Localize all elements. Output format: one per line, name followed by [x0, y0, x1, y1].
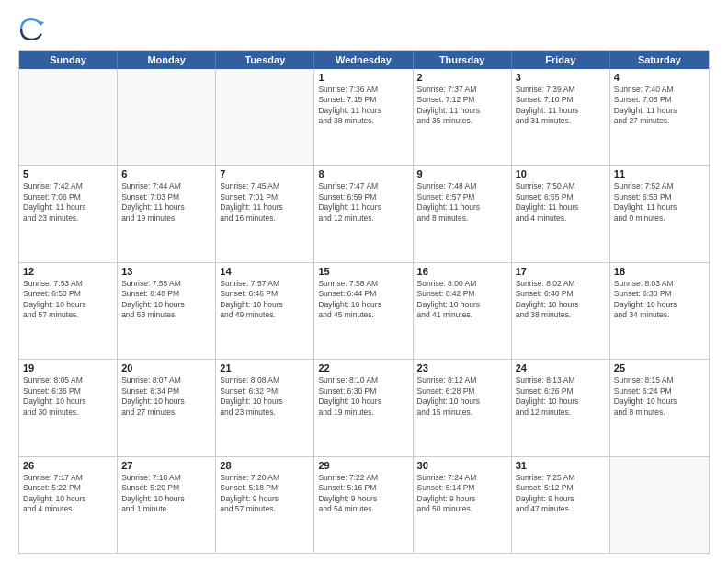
- day-cell-11: 11Sunrise: 7:52 AM Sunset: 6:53 PM Dayli…: [610, 166, 709, 261]
- day-header-wednesday: Wednesday: [314, 51, 413, 69]
- day-number: 28: [220, 460, 310, 471]
- day-cell-6: 6Sunrise: 7:44 AM Sunset: 7:03 PM Daylig…: [118, 166, 216, 261]
- day-cell-14: 14Sunrise: 7:57 AM Sunset: 6:46 PM Dayli…: [216, 263, 314, 359]
- day-number: 13: [121, 266, 211, 277]
- day-header-saturday: Saturday: [610, 51, 709, 69]
- day-cell-empty: [118, 69, 216, 165]
- day-info: Sunrise: 7:36 AM Sunset: 7:15 PM Dayligh…: [318, 85, 408, 127]
- day-cell-30: 30Sunrise: 7:24 AM Sunset: 5:14 PM Dayli…: [414, 457, 512, 553]
- day-number: 19: [23, 362, 113, 373]
- day-header-monday: Monday: [118, 51, 216, 69]
- day-number: 1: [318, 72, 408, 83]
- day-info: Sunrise: 7:24 AM Sunset: 5:14 PM Dayligh…: [417, 473, 507, 515]
- day-number: 30: [417, 460, 507, 471]
- day-cell-29: 29Sunrise: 7:22 AM Sunset: 5:16 PM Dayli…: [314, 457, 413, 553]
- day-cell-empty: [610, 457, 709, 553]
- day-info: Sunrise: 8:15 AM Sunset: 6:24 PM Dayligh…: [614, 375, 705, 418]
- day-cell-7: 7Sunrise: 7:45 AM Sunset: 7:01 PM Daylig…: [216, 166, 314, 261]
- day-cell-2: 2Sunrise: 7:37 AM Sunset: 7:12 PM Daylig…: [414, 69, 512, 165]
- day-info: Sunrise: 8:07 AM Sunset: 6:34 PM Dayligh…: [121, 375, 211, 418]
- day-number: 29: [318, 460, 408, 471]
- day-info: Sunrise: 7:17 AM Sunset: 5:22 PM Dayligh…: [23, 473, 113, 515]
- day-info: Sunrise: 7:48 AM Sunset: 6:57 PM Dayligh…: [417, 181, 507, 224]
- day-number: 2: [417, 72, 507, 83]
- day-header-thursday: Thursday: [414, 51, 512, 69]
- day-number: 17: [516, 266, 606, 277]
- day-number: 23: [417, 362, 507, 373]
- day-cell-27: 27Sunrise: 7:18 AM Sunset: 5:20 PM Dayli…: [118, 457, 216, 553]
- day-info: Sunrise: 8:13 AM Sunset: 6:26 PM Dayligh…: [516, 375, 606, 418]
- day-info: Sunrise: 7:58 AM Sunset: 6:44 PM Dayligh…: [318, 279, 408, 321]
- day-number: 25: [614, 362, 705, 373]
- day-info: Sunrise: 8:03 AM Sunset: 6:38 PM Dayligh…: [614, 279, 705, 321]
- calendar: SundayMondayTuesdayWednesdayThursdayFrid…: [18, 50, 710, 554]
- day-info: Sunrise: 8:05 AM Sunset: 6:36 PM Dayligh…: [23, 375, 113, 418]
- calendar-week-4: 19Sunrise: 8:05 AM Sunset: 6:36 PM Dayli…: [19, 359, 709, 455]
- page: SundayMondayTuesdayWednesdayThursdayFrid…: [0, 0, 728, 563]
- day-cell-5: 5Sunrise: 7:42 AM Sunset: 7:06 PM Daylig…: [19, 166, 118, 261]
- day-info: Sunrise: 7:37 AM Sunset: 7:12 PM Dayligh…: [417, 85, 507, 127]
- day-number: 18: [614, 266, 705, 277]
- day-number: 4: [614, 72, 705, 83]
- calendar-week-3: 12Sunrise: 7:53 AM Sunset: 6:50 PM Dayli…: [19, 262, 709, 359]
- day-number: 16: [417, 266, 507, 277]
- day-info: Sunrise: 7:39 AM Sunset: 7:10 PM Dayligh…: [516, 85, 606, 127]
- day-info: Sunrise: 7:18 AM Sunset: 5:20 PM Dayligh…: [121, 473, 211, 515]
- day-cell-empty: [19, 69, 118, 165]
- day-info: Sunrise: 7:20 AM Sunset: 5:18 PM Dayligh…: [220, 473, 310, 515]
- day-info: Sunrise: 7:42 AM Sunset: 7:06 PM Dayligh…: [23, 181, 113, 224]
- day-info: Sunrise: 8:08 AM Sunset: 6:32 PM Dayligh…: [220, 375, 310, 418]
- logo-icon: [18, 17, 44, 42]
- day-number: 10: [516, 168, 606, 179]
- day-number: 8: [318, 168, 408, 179]
- day-number: 26: [23, 460, 113, 471]
- day-number: 22: [318, 362, 408, 373]
- day-cell-21: 21Sunrise: 8:08 AM Sunset: 6:32 PM Dayli…: [216, 360, 314, 455]
- day-number: 6: [121, 168, 211, 179]
- day-number: 31: [516, 460, 606, 471]
- day-cell-22: 22Sunrise: 8:10 AM Sunset: 6:30 PM Dayli…: [314, 360, 413, 455]
- day-number: 15: [318, 266, 408, 277]
- day-cell-17: 17Sunrise: 8:02 AM Sunset: 6:40 PM Dayli…: [512, 263, 610, 359]
- day-number: 9: [417, 168, 507, 179]
- day-cell-23: 23Sunrise: 8:12 AM Sunset: 6:28 PM Dayli…: [414, 360, 512, 455]
- day-cell-28: 28Sunrise: 7:20 AM Sunset: 5:18 PM Dayli…: [216, 457, 314, 553]
- day-info: Sunrise: 8:02 AM Sunset: 6:40 PM Dayligh…: [516, 279, 606, 321]
- day-info: Sunrise: 7:47 AM Sunset: 6:59 PM Dayligh…: [318, 181, 408, 224]
- day-cell-19: 19Sunrise: 8:05 AM Sunset: 6:36 PM Dayli…: [19, 360, 118, 455]
- day-cell-31: 31Sunrise: 7:25 AM Sunset: 5:12 PM Dayli…: [512, 457, 610, 553]
- day-info: Sunrise: 7:22 AM Sunset: 5:16 PM Dayligh…: [318, 473, 408, 515]
- day-cell-empty: [216, 69, 314, 165]
- day-info: Sunrise: 7:40 AM Sunset: 7:08 PM Dayligh…: [614, 85, 705, 127]
- day-info: Sunrise: 7:25 AM Sunset: 5:12 PM Dayligh…: [516, 473, 606, 515]
- day-info: Sunrise: 7:55 AM Sunset: 6:48 PM Dayligh…: [121, 279, 211, 321]
- day-number: 3: [516, 72, 606, 83]
- day-number: 12: [23, 266, 113, 277]
- day-info: Sunrise: 7:50 AM Sunset: 6:55 PM Dayligh…: [516, 181, 606, 224]
- calendar-week-5: 26Sunrise: 7:17 AM Sunset: 5:22 PM Dayli…: [19, 456, 709, 553]
- day-cell-9: 9Sunrise: 7:48 AM Sunset: 6:57 PM Daylig…: [414, 166, 512, 261]
- day-cell-16: 16Sunrise: 8:00 AM Sunset: 6:42 PM Dayli…: [414, 263, 512, 359]
- day-info: Sunrise: 8:10 AM Sunset: 6:30 PM Dayligh…: [318, 375, 408, 418]
- day-info: Sunrise: 8:12 AM Sunset: 6:28 PM Dayligh…: [417, 375, 507, 418]
- calendar-week-1: 1Sunrise: 7:36 AM Sunset: 7:15 PM Daylig…: [19, 69, 709, 165]
- day-cell-8: 8Sunrise: 7:47 AM Sunset: 6:59 PM Daylig…: [314, 166, 413, 261]
- day-info: Sunrise: 7:44 AM Sunset: 7:03 PM Dayligh…: [121, 181, 211, 224]
- day-header-friday: Friday: [512, 51, 610, 69]
- day-info: Sunrise: 8:00 AM Sunset: 6:42 PM Dayligh…: [417, 279, 507, 321]
- day-info: Sunrise: 7:45 AM Sunset: 7:01 PM Dayligh…: [220, 181, 310, 224]
- day-cell-20: 20Sunrise: 8:07 AM Sunset: 6:34 PM Dayli…: [118, 360, 216, 455]
- calendar-header: SundayMondayTuesdayWednesdayThursdayFrid…: [19, 51, 709, 69]
- day-number: 24: [516, 362, 606, 373]
- day-cell-12: 12Sunrise: 7:53 AM Sunset: 6:50 PM Dayli…: [19, 263, 118, 359]
- day-number: 14: [220, 266, 310, 277]
- day-info: Sunrise: 7:52 AM Sunset: 6:53 PM Dayligh…: [614, 181, 705, 224]
- day-cell-3: 3Sunrise: 7:39 AM Sunset: 7:10 PM Daylig…: [512, 69, 610, 165]
- day-number: 27: [121, 460, 211, 471]
- day-cell-1: 1Sunrise: 7:36 AM Sunset: 7:15 PM Daylig…: [314, 69, 413, 165]
- day-header-tuesday: Tuesday: [216, 51, 314, 69]
- day-cell-15: 15Sunrise: 7:58 AM Sunset: 6:44 PM Dayli…: [314, 263, 413, 359]
- logo: [18, 17, 48, 42]
- day-cell-25: 25Sunrise: 8:15 AM Sunset: 6:24 PM Dayli…: [610, 360, 709, 455]
- day-info: Sunrise: 7:53 AM Sunset: 6:50 PM Dayligh…: [23, 279, 113, 321]
